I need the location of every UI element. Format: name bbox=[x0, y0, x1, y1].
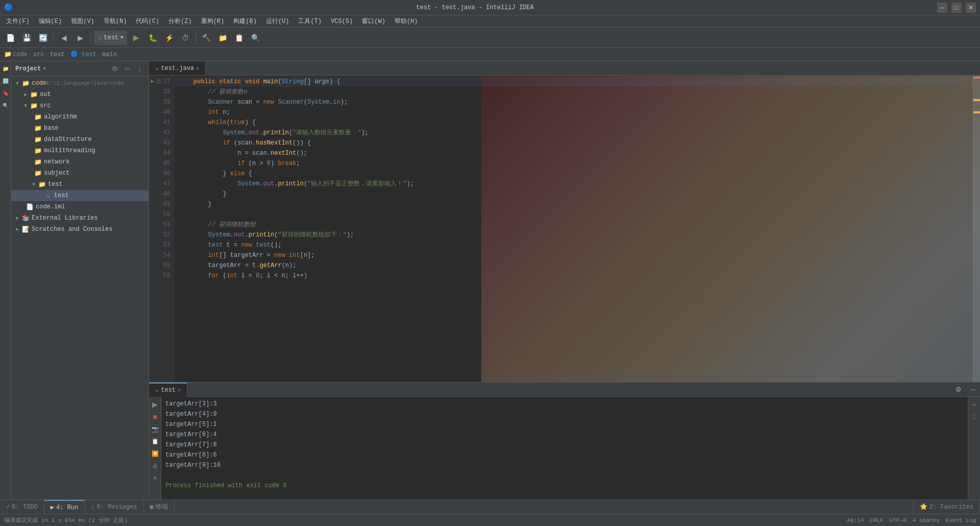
project-panel-icon[interactable]: 📁 bbox=[1, 63, 11, 74]
run-with-profiler[interactable]: ⏱ bbox=[178, 31, 192, 45]
run-filter-button[interactable]: 🔽 bbox=[150, 448, 161, 459]
status-position[interactable]: 48:14 bbox=[847, 517, 864, 523]
minimize-button[interactable]: ─ bbox=[937, 3, 947, 13]
tree-icon-ds: 📁 bbox=[34, 135, 42, 144]
run-print-button[interactable]: 🖨 bbox=[150, 460, 161, 471]
tree-item-network[interactable]: 📁 network bbox=[11, 156, 149, 168]
bottom-tab-2-favorites[interactable]: ⭐ 2: Favorites bbox=[913, 500, 980, 514]
tab-bar: ☕ test.java ✕ bbox=[149, 61, 980, 76]
breadcrumb-main[interactable]: main bbox=[102, 51, 117, 58]
maximize-button[interactable]: □ bbox=[951, 3, 962, 13]
menu-run[interactable]: 运行(U) bbox=[262, 16, 293, 27]
menu-file[interactable]: 文件(F) bbox=[2, 16, 34, 27]
status-compile[interactable]: 编译成功完成 in 1 s 834 ms (2 分钟 之前) bbox=[4, 516, 128, 524]
menu-analyze[interactable]: 分析(Z) bbox=[164, 16, 196, 27]
tree-item-external[interactable]: ▶ 📚 External Libraries bbox=[11, 212, 149, 224]
run-config-icon: ☕ bbox=[98, 34, 102, 41]
left-panel-icons: 📁 🔠 🔖 🔍 bbox=[0, 61, 11, 499]
coverage-button[interactable]: ⚡ bbox=[162, 31, 176, 45]
sidebar-more-icon[interactable]: ⋮ bbox=[134, 64, 144, 74]
num-48: 48 bbox=[163, 189, 170, 199]
breadcrumb-test-folder[interactable]: test bbox=[50, 51, 65, 58]
title-bar: 🔵 test - test.java - IntelliJ IDEA ─ □ ✕ bbox=[0, 0, 980, 15]
tab-close-button[interactable]: ✕ bbox=[196, 65, 199, 71]
code-content[interactable]: public static void main(String[] args) {… bbox=[175, 76, 973, 382]
run-scroll-button[interactable]: ⤵ bbox=[969, 411, 980, 422]
toolbar-recent[interactable]: 📋 bbox=[232, 31, 246, 45]
tree-item-test-java[interactable]: ☕ test bbox=[11, 190, 149, 201]
breadcrumb-test-file[interactable]: 🔵 test bbox=[70, 51, 96, 58]
toolbar-sync[interactable]: 🔄 bbox=[36, 31, 50, 45]
tree-item-out[interactable]: ▶ 📁 out bbox=[11, 89, 149, 100]
bottom-tab-todo[interactable]: ✓ 6: TODO bbox=[0, 500, 44, 514]
run-panel-minimize[interactable]: ─ bbox=[966, 382, 980, 397]
toolbar-forward[interactable]: ▶ bbox=[73, 31, 87, 45]
sidebar-dropdown-icon[interactable]: ▼ bbox=[43, 66, 45, 71]
num-56: 56 bbox=[163, 271, 170, 281]
status-line-sep[interactable]: CRLF bbox=[870, 517, 883, 523]
run-config-selector[interactable]: ☕ test ▼ bbox=[94, 31, 127, 45]
tree-item-multithreading[interactable]: 📁 multithreading bbox=[11, 145, 149, 156]
sidebar-settings-icon[interactable]: ⚙ bbox=[110, 64, 120, 74]
tree-item-code-iml[interactable]: 📄 code.iml bbox=[11, 201, 149, 212]
toolbar-build[interactable]: 🔨 bbox=[199, 31, 213, 45]
run-dump-button[interactable]: 📋 bbox=[150, 436, 161, 447]
tree-item-scratches[interactable]: ▶ 📝 Scratches and Consoles bbox=[11, 224, 149, 235]
tree-item-algorithm[interactable]: 📁 algorithm bbox=[11, 111, 149, 123]
run-camera-button[interactable]: 📷 bbox=[150, 423, 161, 435]
menu-help[interactable]: 帮助(H) bbox=[390, 16, 422, 27]
run-wrap-button[interactable]: ↩ bbox=[969, 399, 980, 410]
breadcrumb-code[interactable]: code bbox=[13, 51, 28, 58]
menu-code[interactable]: 代码(C) bbox=[132, 16, 163, 27]
menu-refactor[interactable]: 重构(R) bbox=[197, 16, 229, 27]
tree-item-datastructure[interactable]: 📁 dataStructure bbox=[11, 134, 149, 145]
editor-tab-test[interactable]: ☕ test.java ✕ bbox=[149, 61, 206, 75]
run-stop-button[interactable]: ■ bbox=[150, 411, 161, 422]
tree-item-subject[interactable]: 📁 subject bbox=[11, 168, 149, 179]
run-panel-settings[interactable]: ⚙ bbox=[951, 382, 966, 397]
code-line-55: targetArr = t.getArr(n); bbox=[175, 260, 973, 271]
sidebar-collapse-icon[interactable]: ⇦ bbox=[122, 64, 132, 74]
toolbar-search[interactable]: 🔍 bbox=[248, 31, 262, 45]
toolbar-new-file[interactable]: 📄 bbox=[3, 31, 17, 45]
bookmarks-panel-icon[interactable]: 🔖 bbox=[1, 88, 11, 98]
run-tab-close[interactable]: ✕ bbox=[178, 387, 181, 393]
line-num-42: 42 bbox=[149, 128, 170, 138]
menu-navigate[interactable]: 导航(N) bbox=[100, 16, 131, 27]
status-indent[interactable]: 4 spaces bbox=[913, 517, 940, 523]
run-close-button[interactable]: ✕ bbox=[150, 472, 161, 484]
menu-vcs[interactable]: VCS(S) bbox=[327, 17, 357, 26]
breadcrumb-src[interactable]: src bbox=[33, 51, 44, 58]
structure-panel-icon[interactable]: 🔠 bbox=[1, 76, 11, 86]
status-encoding[interactable]: UTF-8 bbox=[890, 517, 906, 523]
tree-item-src[interactable]: ▼ 📁 src bbox=[11, 100, 149, 111]
tree-item-test-folder[interactable]: ▼ 📁 test bbox=[11, 179, 149, 190]
menu-view[interactable]: 视图(V) bbox=[67, 16, 99, 27]
code-line-41: while(true) { bbox=[175, 117, 973, 128]
menu-tools[interactable]: 工具(T) bbox=[294, 16, 326, 27]
menu-build[interactable]: 构建(B) bbox=[229, 16, 261, 27]
run-button[interactable]: ▶ bbox=[129, 31, 143, 45]
tree-icon-network: 📁 bbox=[34, 158, 42, 166]
debug-marker-37: ⬛ bbox=[156, 77, 161, 87]
bottom-tab-run[interactable]: ▶ 4: Run bbox=[44, 500, 85, 514]
tree-item-base[interactable]: 📁 base bbox=[11, 123, 149, 134]
run-config-name: test bbox=[104, 34, 118, 41]
find-panel-icon[interactable]: 🔍 bbox=[1, 100, 11, 110]
menu-window[interactable]: 窗口(W) bbox=[358, 16, 389, 27]
run-restart-button[interactable]: ▶ bbox=[150, 399, 161, 410]
toolbar-save[interactable]: 💾 bbox=[19, 31, 34, 45]
status-event-log[interactable]: Event Log bbox=[946, 517, 976, 523]
code-editor[interactable]: ▶ ⬛ 37 38 39 40 41 42 43 44 45 46 47 48 … bbox=[149, 76, 980, 382]
breadcrumb-sep2: › bbox=[45, 51, 49, 58]
run-tab-test[interactable]: ☕ test ✕ bbox=[149, 382, 187, 397]
toolbar-open-file[interactable]: 📁 bbox=[215, 31, 230, 45]
close-button[interactable]: ✕ bbox=[966, 3, 976, 13]
tree-item-code[interactable]: ▼ 📁 code E:\1.language\java\code bbox=[11, 78, 149, 89]
bottom-tab-terminal[interactable]: ▣ 终端 bbox=[144, 500, 175, 514]
bottom-tab-messages[interactable]: ⚠ 0: Messages bbox=[85, 500, 143, 514]
menu-edit[interactable]: 编辑(E) bbox=[35, 16, 66, 27]
tree-icon-mt: 📁 bbox=[34, 147, 42, 155]
debug-button[interactable]: 🐛 bbox=[145, 31, 160, 45]
toolbar-back[interactable]: ◀ bbox=[57, 31, 71, 45]
